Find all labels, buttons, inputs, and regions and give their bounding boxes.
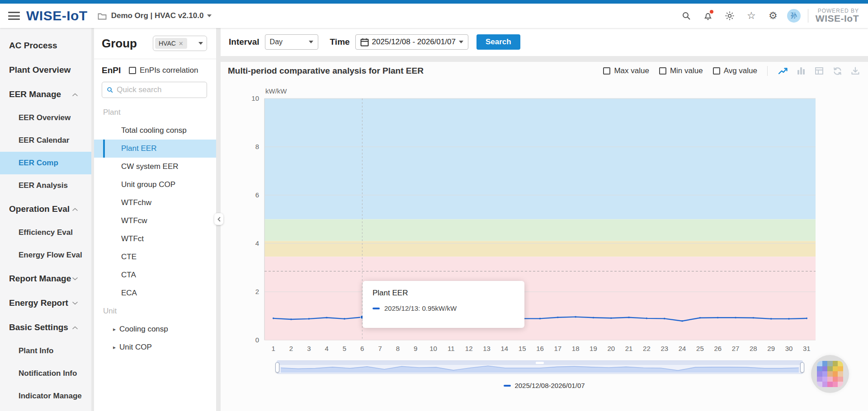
sidebar-item-plant-overview[interactable]: Plant Overview: [0, 58, 91, 82]
chevron-down-icon: [207, 14, 212, 17]
search-button[interactable]: Search: [476, 34, 520, 50]
remove-tag-icon[interactable]: ✕: [179, 40, 184, 47]
comparison-line-chart[interactable]: 0246810123456789101112131415161718192021…: [221, 62, 868, 411]
enpi-label: EnPI: [102, 65, 129, 75]
sidebar-item-efficiency-eval[interactable]: Efficiency Eval: [0, 221, 91, 244]
line-chart-icon[interactable]: [778, 65, 788, 76]
svg-text:21: 21: [625, 345, 633, 352]
sidebar-item-basic-settings[interactable]: Basic Settings: [0, 315, 91, 340]
sidebar-item-eer-manage[interactable]: EER Manage: [0, 82, 91, 107]
svg-text:28: 28: [750, 345, 757, 352]
time-range-picker[interactable]: 2025/12/08 - 2026/01/07: [355, 34, 468, 50]
slider-handle-left[interactable]: [275, 362, 279, 373]
svg-text:30: 30: [785, 345, 793, 352]
svg-text:5: 5: [343, 345, 346, 352]
enpi-item-total-cooling-consp[interactable]: Total cooling consp: [94, 121, 216, 140]
enpi-item-cw-system-eer[interactable]: CW system EER: [94, 158, 216, 176]
enpi-section-plant[interactable]: Plant: [94, 103, 216, 121]
tooltip-value: 2025/12/13: 0.95kW/kW: [384, 304, 457, 312]
checkbox-icon: [713, 67, 720, 75]
enpi-item-unit-cop[interactable]: ▸Unit COP: [94, 338, 216, 356]
avatar[interactable]: 孙: [787, 9, 801, 23]
avg-value-checkbox[interactable]: Avg value: [713, 66, 757, 75]
time-label: Time: [330, 37, 350, 47]
enpi-section-unit[interactable]: Unit: [94, 302, 216, 320]
org-selector[interactable]: Demo Org | HVAC v2.10.0: [111, 11, 212, 20]
time-range-slider[interactable]: [277, 360, 803, 374]
calendar-icon: [360, 38, 369, 47]
enpi-item-eca[interactable]: ECA: [94, 284, 216, 302]
svg-text:31: 31: [803, 345, 811, 352]
sidebar-item-eer-calendar[interactable]: EER Calendar: [0, 129, 91, 152]
enpi-item-cte[interactable]: CTE: [94, 248, 216, 266]
enpis-correlation-checkbox[interactable]: EnPIs correlation: [129, 66, 198, 75]
sidebar-item-energy-flow-eval[interactable]: Energy Flow Eval: [0, 244, 91, 266]
enpi-item-wtfcw[interactable]: WTFcw: [94, 212, 216, 230]
search-icon[interactable]: [680, 10, 692, 22]
sidebar-item-indicator-manage[interactable]: Indicator Manage: [0, 385, 91, 407]
expand-triangle-icon[interactable]: ▸: [113, 344, 116, 350]
sun-icon[interactable]: [724, 10, 736, 22]
slider-grip[interactable]: [536, 362, 544, 364]
query-toolbar: Interval Day Time 2025/12/08 - 2026/01/0…: [221, 28, 868, 56]
sidebar-item-plant-info[interactable]: Plant Info: [0, 340, 91, 362]
svg-text:1: 1: [271, 345, 275, 352]
sidebar-item-eer-analysis[interactable]: EER Analysis: [0, 174, 91, 197]
enpi-item-cta[interactable]: CTA: [94, 266, 216, 284]
min-value-checkbox[interactable]: Min value: [659, 66, 703, 75]
enpi-item-cooling-consp[interactable]: ▸Cooling consp: [94, 320, 216, 338]
sidebar-item-operation-eval[interactable]: Operation Eval: [0, 197, 91, 221]
interval-select[interactable]: Day: [265, 34, 318, 50]
org-label: Demo Org | HVAC v2.10.0: [111, 11, 204, 20]
quick-search-box: [102, 82, 207, 98]
powered-by-logo: POWERED BY WISE-IoT: [816, 8, 859, 24]
chevron-down-icon: [72, 277, 78, 280]
expand-triangle-icon[interactable]: ▸: [113, 326, 116, 332]
gear-icon[interactable]: ⚙: [767, 10, 779, 22]
refresh-icon[interactable]: [832, 65, 843, 76]
menu-icon[interactable]: [8, 12, 20, 20]
search-icon: [107, 86, 113, 93]
notifications-bell-icon[interactable]: [702, 10, 714, 22]
sidebar-item-eer-comp[interactable]: EER Comp: [0, 152, 91, 174]
slider-handle-right[interactable]: [800, 362, 804, 373]
sidebar-item-report-manage[interactable]: Report Manage: [0, 266, 91, 291]
svg-text:0: 0: [255, 336, 259, 344]
svg-text:10: 10: [251, 94, 259, 102]
notification-badge: [710, 10, 713, 14]
app-logo: WISE-IoT: [26, 8, 88, 23]
group-panel: Group HVAC ✕ EnPI EnPIs correlation Pla: [94, 28, 216, 411]
checkbox-icon: [659, 67, 666, 75]
svg-text:14: 14: [501, 345, 509, 352]
main-area: Interval Day Time 2025/12/08 - 2026/01/0…: [221, 28, 868, 411]
table-view-icon[interactable]: [814, 65, 825, 76]
bar-chart-icon[interactable]: [796, 65, 807, 76]
enpi-item-plant-eer[interactable]: Plant EER: [94, 140, 216, 158]
star-icon[interactable]: ☆: [745, 10, 757, 22]
svg-text:3: 3: [307, 345, 311, 352]
group-select[interactable]: HVAC ✕: [153, 36, 207, 51]
quick-search-input[interactable]: [117, 85, 202, 94]
svg-text:6: 6: [255, 191, 259, 199]
enpi-item-wtfchw[interactable]: WTFchw: [94, 194, 216, 212]
group-tag: HVAC ✕: [155, 38, 187, 49]
color-mosaic-watermark: [811, 355, 849, 393]
svg-text:17: 17: [554, 345, 561, 352]
slider-track[interactable]: [277, 361, 802, 365]
max-value-checkbox[interactable]: Max value: [603, 66, 649, 75]
svg-text:16: 16: [536, 345, 544, 352]
folder-icon: [98, 12, 107, 20]
chart-legend[interactable]: 2025/12/08-2026/01/07: [221, 382, 868, 389]
legend-label: 2025/12/08-2026/01/07: [514, 382, 585, 389]
enpi-item-wtfct[interactable]: WTFct: [94, 230, 216, 248]
collapse-panel-button[interactable]: [214, 213, 223, 225]
app-header: WISE-IoT Demo Org | HVAC v2.10.0 ☆ ⚙ 孙 P…: [0, 4, 868, 28]
enpi-item-unit-group-cop[interactable]: Unit group COP: [94, 176, 216, 194]
download-icon[interactable]: [850, 65, 861, 76]
tooltip-title: Plant EER: [373, 289, 514, 298]
sidebar-item-energy-report[interactable]: Energy Report: [0, 291, 91, 315]
toolbar-divider: [767, 66, 768, 76]
sidebar-item-eer-overview[interactable]: EER Overview: [0, 107, 91, 129]
sidebar-item-ac-process[interactable]: AC Process: [0, 33, 91, 58]
sidebar-item-notification-info[interactable]: Notification Info: [0, 362, 91, 385]
